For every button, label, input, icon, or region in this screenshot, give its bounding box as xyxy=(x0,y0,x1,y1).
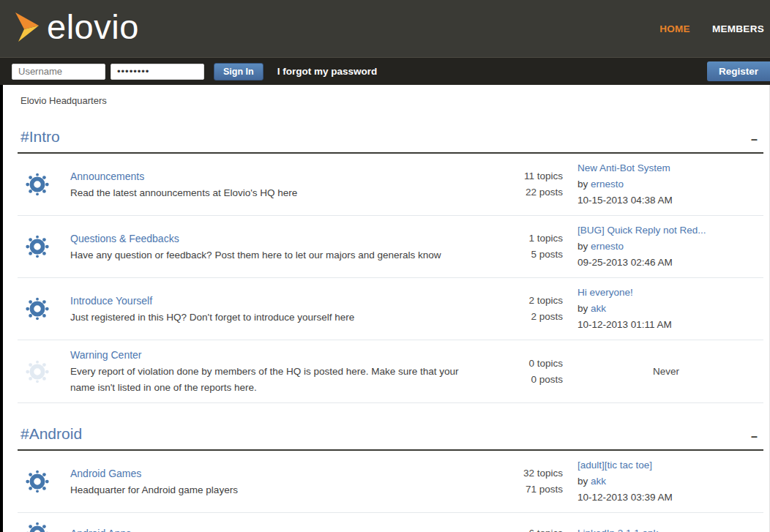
forum-link[interactable]: Announcements xyxy=(70,168,144,184)
forum-row-list: Announcements Read the latest announceme… xyxy=(18,154,763,403)
forum-link[interactable]: Warning Center xyxy=(70,347,142,363)
forum-status-icon xyxy=(23,358,51,386)
last-post-byline: by akk xyxy=(578,473,763,490)
forgot-password-link[interactable]: I forgot my password xyxy=(277,66,378,77)
login-bar: Sign In I forgot my password Register xyxy=(0,57,770,85)
username-input[interactable] xyxy=(12,64,105,80)
by-label: by xyxy=(578,303,588,314)
forum-stats: 2 topics 2 posts xyxy=(459,293,569,325)
nav-item-members[interactable]: MEMBERS xyxy=(712,23,764,34)
forum-icon-cell xyxy=(18,520,70,532)
last-post-author-link[interactable]: ernesto xyxy=(591,241,624,252)
section-header: #Intro – xyxy=(18,128,763,146)
logo-text: elovio xyxy=(47,10,139,48)
last-post-link[interactable]: LinkedIn 3.1.1 apk xyxy=(578,525,658,532)
forum-status-icon xyxy=(23,468,51,495)
main-nav: HOME MEMBERS xyxy=(659,23,766,34)
forum-icon-cell xyxy=(18,358,70,386)
posts-count: 0 posts xyxy=(459,372,563,388)
main-content: Elovio Headquarters #Intro – xyxy=(3,85,770,532)
site-header: elovio HOME MEMBERS xyxy=(0,0,770,57)
forum-link[interactable]: Android Games xyxy=(70,465,141,482)
topics-count: 11 topics xyxy=(459,168,563,184)
last-post-link[interactable]: [adult][tic tac toe] xyxy=(578,457,652,473)
last-post-date: 10-15-2013 04:38 AM xyxy=(578,192,763,209)
last-post-date: 10-12-2013 03:39 AM xyxy=(578,490,763,506)
site-logo[interactable]: elovio xyxy=(13,10,139,48)
topics-count: 1 topics xyxy=(459,231,563,247)
nav-item-home[interactable]: HOME xyxy=(659,23,690,34)
forum-row: Android Games Headquarter for Android ga… xyxy=(18,451,763,513)
section-title[interactable]: #Android xyxy=(20,425,82,443)
forum-description: Headquarter for Android game players xyxy=(70,482,459,498)
last-post-byline: by akk xyxy=(578,301,763,317)
forum-status-icon xyxy=(23,295,51,323)
register-button[interactable]: Register xyxy=(707,61,770,81)
forum-row: Warning Center Every report of violation… xyxy=(18,340,763,403)
section-title[interactable]: #Intro xyxy=(20,128,60,146)
last-post-cell: Never xyxy=(569,364,763,380)
breadcrumb[interactable]: Elovio Headquarters xyxy=(18,95,763,106)
posts-count: 71 posts xyxy=(459,482,563,498)
forum-row: Questions & Feedbacks Have any question … xyxy=(18,216,763,278)
logo-arrow-icon xyxy=(13,10,41,47)
last-post-author-link[interactable]: akk xyxy=(591,476,606,487)
forum-description: Every report of violation done by member… xyxy=(70,364,459,396)
last-post-author-link[interactable]: akk xyxy=(591,303,606,314)
forum-main-cell: Android Apps xyxy=(70,525,459,532)
by-label: by xyxy=(578,179,588,190)
forum-icon-cell xyxy=(18,295,70,323)
topics-count: 2 topics xyxy=(459,293,563,309)
topics-count: 6 topics xyxy=(459,525,563,532)
by-label: by xyxy=(578,241,588,252)
sign-in-button[interactable]: Sign In xyxy=(214,63,263,80)
forum-stats: 11 topics 22 posts xyxy=(459,168,569,201)
topics-count: 32 topics xyxy=(459,465,563,482)
forum-status-icon xyxy=(23,233,51,261)
forum-icon-cell xyxy=(18,171,70,198)
posts-count: 22 posts xyxy=(459,184,563,201)
last-post-cell: Hi everyone! by akk 10-12-2013 01:11 AM xyxy=(569,285,763,333)
forum-description: Just registered in this HQ? Don't forget… xyxy=(70,310,459,326)
forum-row: Announcements Read the latest announceme… xyxy=(18,154,763,216)
collapse-section-icon[interactable]: – xyxy=(751,431,758,443)
forum-status-icon xyxy=(23,520,51,532)
forum-link[interactable]: Android Apps xyxy=(70,525,131,532)
last-post-link[interactable]: [BUG] Quick Reply not Red... xyxy=(578,222,706,239)
section-header: #Android – xyxy=(18,425,763,443)
posts-count: 2 posts xyxy=(459,309,563,325)
forum-row: Introduce Yourself Just registered in th… xyxy=(18,278,763,340)
forum-description: Read the latest announcements at Elovio'… xyxy=(70,185,459,201)
forum-row: Android Apps 6 topics LinkedIn 3.1.1 apk xyxy=(18,513,763,532)
forum-icon-cell xyxy=(18,233,70,261)
forum-main-cell: Questions & Feedbacks Have any question … xyxy=(70,231,459,263)
forum-link[interactable]: Questions & Feedbacks xyxy=(70,231,179,247)
last-post-byline: by ernesto xyxy=(578,239,763,255)
forum-icon-cell xyxy=(18,468,70,495)
last-post-link[interactable]: New Anti-Bot System xyxy=(578,160,670,176)
forum-stats: 32 topics 71 posts xyxy=(459,465,569,498)
forum-stats: 1 topics 5 posts xyxy=(459,231,569,263)
forum-stats: 0 topics 0 posts xyxy=(459,356,569,388)
forum-main-cell: Warning Center Every report of violation… xyxy=(70,347,459,396)
forum-section: #Android – Android Games xyxy=(18,425,763,532)
forum-description: Have any question or feedback? Post them… xyxy=(70,247,459,263)
password-input[interactable] xyxy=(111,64,204,80)
collapse-section-icon[interactable]: – xyxy=(751,134,758,146)
forum-main-cell: Announcements Read the latest announceme… xyxy=(70,168,459,201)
last-post-date: 09-25-2013 02:46 AM xyxy=(578,255,763,271)
forum-stats: 6 topics xyxy=(459,525,569,532)
forum-link[interactable]: Introduce Yourself xyxy=(70,293,152,309)
last-post-link[interactable]: Hi everyone! xyxy=(578,285,633,301)
forum-main-cell: Introduce Yourself Just registered in th… xyxy=(70,293,459,326)
forum-main-cell: Android Games Headquarter for Android ga… xyxy=(70,465,459,498)
last-post-never: Never xyxy=(569,364,763,380)
last-post-cell: [adult][tic tac toe] by akk 10-12-2013 0… xyxy=(569,457,763,506)
last-post-cell: [BUG] Quick Reply not Red... by ernesto … xyxy=(569,222,763,271)
last-post-author-link[interactable]: ernesto xyxy=(591,179,624,190)
last-post-cell: New Anti-Bot System by ernesto 10-15-201… xyxy=(569,160,763,209)
last-post-cell: LinkedIn 3.1.1 apk xyxy=(569,525,763,532)
last-post-date: 10-12-2013 01:11 AM xyxy=(578,317,763,333)
forum-status-icon xyxy=(23,171,51,198)
forum-row-list: Android Games Headquarter for Android ga… xyxy=(18,451,763,532)
